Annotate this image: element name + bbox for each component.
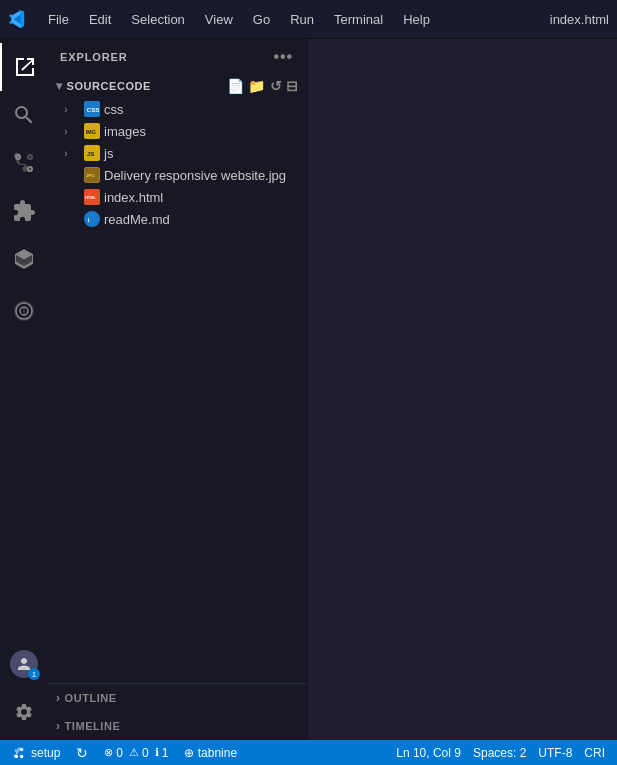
svg-text:i: i xyxy=(88,216,90,223)
tree-item-images[interactable]: › IMG images xyxy=(56,120,307,142)
timeline-label: TIMELINE xyxy=(65,720,121,732)
collapse-all-icon[interactable]: ⊟ xyxy=(286,78,299,94)
explorer-activity-icon[interactable] xyxy=(0,43,48,91)
sidebar-header: Explorer ••• xyxy=(48,39,307,74)
svg-point-13 xyxy=(20,754,24,758)
tree-item-jpg[interactable]: › JPG Delivery responsive website.jpg xyxy=(56,164,307,186)
tree-item-css[interactable]: › CSS css xyxy=(56,98,307,120)
menu-edit[interactable]: Edit xyxy=(81,8,119,31)
status-tabnine[interactable]: ⊕ tabnine xyxy=(180,740,241,765)
puzzle-activity-icon[interactable] xyxy=(0,235,48,283)
refresh-icon[interactable]: ↺ xyxy=(270,78,283,94)
status-sync[interactable]: ↻ xyxy=(72,740,92,765)
tree-item-js[interactable]: › JS js xyxy=(56,142,307,164)
status-errors[interactable]: ⊗ 0 ⚠ 0 ℹ 1 xyxy=(100,740,172,765)
menu-bar: File Edit Selection View Go Run Terminal… xyxy=(40,8,438,31)
svg-text:HTML: HTML xyxy=(85,195,96,200)
new-file-icon[interactable]: 📄 xyxy=(227,78,245,94)
status-spaces[interactable]: Spaces: 2 xyxy=(469,746,530,760)
folder-images-icon: IMG xyxy=(84,123,100,139)
settings-icon[interactable] xyxy=(0,688,48,736)
status-line-endings[interactable]: CRI xyxy=(580,746,609,760)
chevron-right-icon: › xyxy=(64,125,80,137)
svg-text:JS: JS xyxy=(87,150,94,157)
status-position[interactable]: Ln 10, Col 9 xyxy=(392,746,465,760)
menu-help[interactable]: Help xyxy=(395,8,438,31)
sidebar: Explorer ••• ▾ SOURCECODE 📄 📁 ↺ ⊟ xyxy=(48,39,308,740)
explorer-section: ▾ SOURCECODE 📄 📁 ↺ ⊟ › CSS css xyxy=(48,74,307,683)
sync-icon: ↻ xyxy=(76,745,88,761)
menu-file[interactable]: File xyxy=(40,8,77,31)
tabnine-label: ⊕ tabnine xyxy=(184,746,237,760)
tree-item-html-label: index.html xyxy=(104,190,163,205)
sourcecode-label: SOURCECODE xyxy=(67,80,151,92)
avatar[interactable]: 1 xyxy=(10,650,38,678)
tree-item-html[interactable]: › HTML index.html xyxy=(56,186,307,208)
folder-css-icon: CSS xyxy=(84,101,100,117)
svg-text:JPG: JPG xyxy=(86,173,95,178)
account-button[interactable]: 1 xyxy=(0,640,48,688)
menu-go[interactable]: Go xyxy=(245,8,278,31)
error-count: 0 xyxy=(116,746,123,760)
activity-bar-bottom: 1 xyxy=(0,640,48,736)
svg-text:CSS: CSS xyxy=(87,106,99,113)
outline-section[interactable]: › OUTLINE xyxy=(48,684,307,712)
file-html-icon: HTML xyxy=(84,189,100,205)
more-options-icon[interactable]: ••• xyxy=(272,46,295,68)
cursor-position: Ln 10, Col 9 xyxy=(396,746,461,760)
menu-terminal[interactable]: Terminal xyxy=(326,8,391,31)
encoding-label: UTF-8 xyxy=(538,746,572,760)
activity-bar: 1 xyxy=(0,39,48,740)
tree-item-md[interactable]: › i readMe.md xyxy=(56,208,307,230)
search-activity-icon[interactable] xyxy=(0,91,48,139)
status-git-branch[interactable]: setup xyxy=(8,740,64,765)
file-tree: › CSS css › IMG images › xyxy=(48,98,307,230)
sourcecode-section-title[interactable]: ▾ SOURCECODE 📄 📁 ↺ ⊟ xyxy=(48,74,307,98)
crlf-label: CRI xyxy=(584,746,605,760)
file-md-icon: i xyxy=(84,211,100,227)
titlebar: File Edit Selection View Go Run Terminal… xyxy=(0,0,617,39)
chevron-right-icon: › xyxy=(56,691,61,705)
tree-item-jpg-label: Delivery responsive website.jpg xyxy=(104,168,286,183)
file-jpg-icon: JPG xyxy=(84,167,100,183)
info-count: 1 xyxy=(162,746,169,760)
active-filename: index.html xyxy=(550,12,609,27)
menu-view[interactable]: View xyxy=(197,8,241,31)
source-control-activity-icon[interactable] xyxy=(0,139,48,187)
account-badge: 1 xyxy=(28,668,40,680)
statusbar-right: Ln 10, Col 9 Spaces: 2 UTF-8 CRI xyxy=(392,746,609,760)
editor-content-area xyxy=(308,39,617,740)
outline-label: OUTLINE xyxy=(65,692,117,704)
new-folder-icon[interactable]: 📁 xyxy=(248,78,266,94)
vscode-logo-icon xyxy=(8,9,28,29)
svg-text:IMG: IMG xyxy=(86,129,96,135)
timeline-section[interactable]: › TIMELINE xyxy=(48,712,307,740)
menu-run[interactable]: Run xyxy=(282,8,322,31)
chevron-right-icon: › xyxy=(64,147,80,159)
menu-selection[interactable]: Selection xyxy=(123,8,192,31)
extensions-activity-icon[interactable] xyxy=(0,187,48,235)
tree-item-md-label: readMe.md xyxy=(104,212,170,227)
tree-item-js-label: js xyxy=(104,146,113,161)
main-layout: 1 Explorer ••• ▾ SOURCECODE 📄 xyxy=(0,39,617,740)
chevron-right-icon: › xyxy=(56,719,61,733)
svg-point-14 xyxy=(15,754,19,758)
svg-point-15 xyxy=(20,747,24,751)
spaces-label: Spaces: 2 xyxy=(473,746,526,760)
tree-item-css-label: css xyxy=(104,102,124,117)
tree-item-images-label: images xyxy=(104,124,146,139)
folder-js-icon: JS xyxy=(84,145,100,161)
source-graph-activity-icon[interactable] xyxy=(0,287,48,335)
statusbar: setup ↻ ⊗ 0 ⚠ 0 ℹ 1 ⊕ tabnine Ln 10, Col… xyxy=(0,740,617,765)
git-branch-label: setup xyxy=(31,746,60,760)
chevron-down-icon: ▾ xyxy=(56,79,63,93)
chevron-right-icon: › xyxy=(64,103,80,115)
sidebar-header-actions: ••• xyxy=(272,46,295,68)
status-encoding[interactable]: UTF-8 xyxy=(534,746,576,760)
sidebar-bottom: › OUTLINE › TIMELINE xyxy=(48,683,307,740)
warning-count: 0 xyxy=(142,746,149,760)
sidebar-title: Explorer xyxy=(60,51,128,63)
